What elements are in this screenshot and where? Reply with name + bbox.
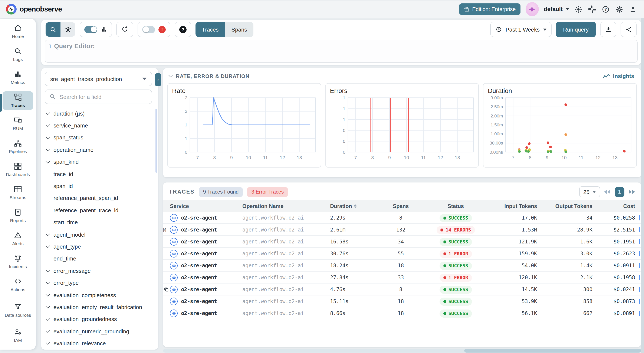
table-row[interactable]: o2-sre-agentagent.workflow.o2-ai8.66s18S…	[163, 307, 641, 319]
field-item[interactable]: agent_type	[41, 241, 158, 253]
sidebar-item-actions[interactable]: Actions	[2, 275, 33, 294]
help-button[interactable]: ?	[602, 5, 610, 14]
cell-service[interactable]: o2-sre-agent	[170, 273, 242, 281]
field-search-input[interactable]	[45, 90, 152, 104]
table-row[interactable]: o2-sre-agentagent.workflow.o2-ai18.24s18…	[163, 260, 641, 272]
collapse-fields-button[interactable]: ‹	[155, 73, 161, 86]
sidebar-item-traces[interactable]: Traces	[2, 91, 33, 110]
table-row[interactable]: Mo2-sre-agentagent.workflow.o2-ai2.61m13…	[163, 224, 641, 236]
table-row[interactable]: o2-sre-agentagent.workflow.o2-ai15.11s18…	[163, 295, 641, 307]
sidebar-item-alerts[interactable]: Alerts	[2, 229, 33, 248]
table-row[interactable]: o2-sre-agentagent.workflow.o2-ai4.76s8SU…	[163, 283, 641, 295]
horizontal-scrollbar-thumb[interactable]	[464, 349, 641, 352]
error-traces-badge[interactable]: 3 Error Traces	[247, 187, 288, 197]
page-size-selector[interactable]: 25	[579, 186, 600, 197]
sidebar-item-logs[interactable]: Logs	[2, 45, 33, 64]
field-item[interactable]: reference_parent_trace_id	[41, 204, 158, 216]
table-row[interactable]: o2-sre-agentagent.workflow.o2-ai2.29s8SU…	[163, 212, 641, 224]
org-selector[interactable]: default	[544, 6, 569, 12]
horizontal-scrollbar-track[interactable]	[163, 349, 641, 352]
field-item[interactable]: trace_id	[41, 168, 158, 180]
current-page-button[interactable]: 1	[614, 187, 624, 197]
sidebar-item-iam[interactable]: IAM	[2, 326, 33, 345]
field-item[interactable]: span_status	[41, 132, 158, 144]
field-item[interactable]: agent_model	[41, 228, 158, 241]
sidebar-item-incidents[interactable]: Incidents	[2, 252, 33, 271]
table-row[interactable]: o2-sre-agentagent.workflow.o2-ai16.58s34…	[163, 236, 641, 248]
run-query-button[interactable]: Run query	[556, 22, 596, 37]
time-range-selector[interactable]: Past 1 Weeks	[490, 22, 552, 37]
sidebar-item-rum[interactable]: RUM	[2, 114, 33, 133]
cell-service[interactable]: o2-sre-agent	[170, 238, 242, 245]
page-scrollbar[interactable]	[641, 18, 644, 353]
status-label: SUCCESS	[448, 310, 468, 316]
download-button[interactable]	[600, 22, 616, 37]
saved-views-button[interactable]	[60, 22, 76, 37]
sidebar-item-dashboards[interactable]: Dashboards	[2, 160, 33, 179]
sidebar-item-pipelines[interactable]: Pipelines	[2, 137, 33, 156]
field-item[interactable]: operation_name	[41, 144, 158, 156]
share-button[interactable]	[620, 22, 637, 37]
field-item[interactable]: evaluation_empty_result_fabrication	[41, 301, 158, 313]
first-page-icon[interactable]	[604, 190, 611, 194]
insights-link[interactable]: Insights	[602, 73, 634, 79]
column-header-service[interactable]: Service	[170, 203, 242, 209]
edition-badge[interactable]: Edition: Enterprise	[459, 4, 520, 15]
sidebar-item-streams[interactable]: Streams	[2, 183, 33, 202]
column-header-output[interactable]: Output Tokens	[540, 203, 595, 209]
theme-toggle-button[interactable]	[574, 5, 583, 14]
cell-service[interactable]: o2-sre-agent	[170, 309, 242, 317]
field-item[interactable]: end_time	[41, 253, 158, 265]
sidebar-item-metrics[interactable]: Metrics	[2, 68, 33, 87]
tab-traces[interactable]: Traces	[196, 22, 225, 37]
field-item[interactable]: evaluation_groundedness	[41, 313, 158, 325]
slack-button[interactable]	[588, 5, 596, 14]
column-header-operation[interactable]: Operation Name	[242, 203, 330, 209]
field-item[interactable]: span_id	[41, 180, 158, 192]
cell-service[interactable]: o2-sre-agent	[170, 214, 242, 221]
refresh-icon[interactable]	[121, 26, 129, 33]
field-item[interactable]: start_time	[41, 216, 158, 228]
field-item[interactable]: evaluation_completeness	[41, 289, 158, 301]
column-header-spans[interactable]: Spans	[380, 203, 422, 209]
field-item[interactable]: service_name	[41, 120, 158, 132]
sort-icon[interactable]	[354, 204, 357, 208]
field-item[interactable]: reference_parent_span_id	[41, 192, 158, 204]
field-item[interactable]: duration (µs)	[41, 107, 158, 120]
cell-service[interactable]: o2-sre-agent	[170, 297, 242, 305]
histogram-toggle[interactable]	[84, 26, 97, 33]
document-icon	[14, 208, 22, 217]
errors-only-toggle[interactable]	[142, 26, 155, 33]
settings-button[interactable]	[615, 5, 624, 14]
table-row[interactable]: o2-sre-agentagent.workflow.o2-ai30.76s55…	[163, 248, 641, 260]
chevron-down-icon[interactable]	[168, 73, 173, 77]
cell-input-tokens: 54.0K	[490, 262, 540, 268]
field-item[interactable]: evaluation_numeric_grounding	[41, 325, 158, 337]
last-page-icon[interactable]	[628, 190, 635, 194]
profile-button[interactable]	[629, 5, 637, 14]
ai-assistant-button[interactable]	[526, 2, 538, 16]
field-item[interactable]: span_kind	[41, 156, 158, 168]
sidebar-item-reports[interactable]: Reports	[2, 206, 33, 225]
column-header-status[interactable]: Status	[422, 203, 490, 209]
stream-selector[interactable]: sre_agent_traces_production	[45, 72, 152, 86]
field-item[interactable]: error_type	[41, 277, 158, 289]
cell-service[interactable]: o2-sre-agent	[170, 285, 242, 293]
question-circle-icon[interactable]: ?	[179, 26, 186, 33]
cell-service[interactable]: o2-sre-agent	[170, 261, 242, 269]
cell-service[interactable]: o2-sre-agent	[170, 226, 242, 233]
cell-service[interactable]: o2-sre-agent	[170, 250, 242, 257]
column-header-input[interactable]: Input Tokens	[490, 203, 540, 209]
field-item[interactable]: evaluation_relevance	[41, 337, 158, 349]
table-row[interactable]: o2-sre-agentagent.workflow.o2-ai27.84s33…	[163, 272, 641, 283]
query-editor[interactable]: 1 Query Editor:	[45, 40, 638, 63]
column-header-duration[interactable]: Duration	[330, 203, 380, 209]
field-item[interactable]: error_message	[41, 265, 158, 277]
search-mode-button[interactable]	[46, 22, 60, 37]
copy-icon[interactable]	[164, 286, 169, 292]
fields-scrollbar[interactable]	[156, 109, 157, 173]
sidebar-item-home[interactable]: Home	[2, 22, 33, 41]
tab-spans[interactable]: Spans	[225, 22, 254, 37]
sidebar-item-data-sources[interactable]: Data sources	[2, 298, 33, 322]
column-header-cost[interactable]: Cost	[595, 203, 641, 209]
